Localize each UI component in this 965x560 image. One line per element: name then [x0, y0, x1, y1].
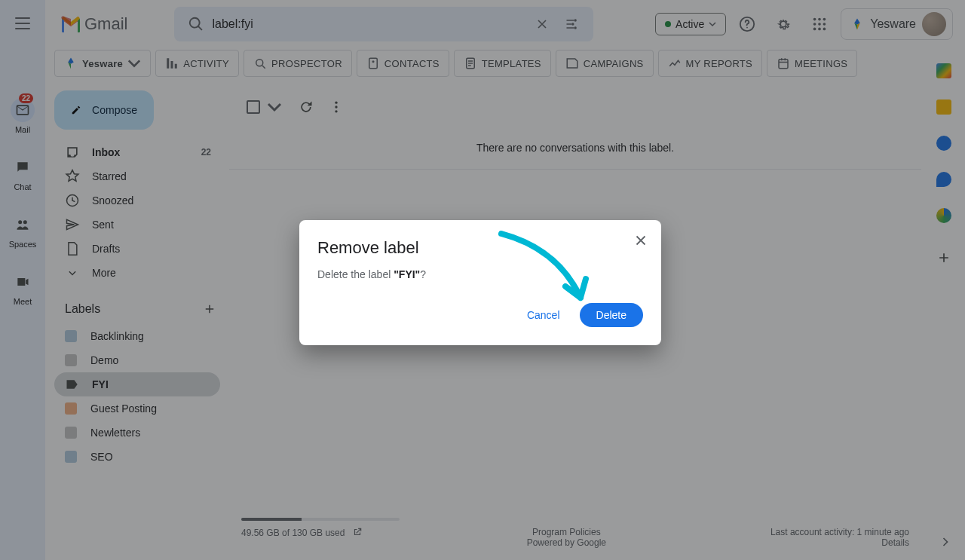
dialog-body: Delete the label "FYI"?: [317, 268, 643, 280]
cancel-button[interactable]: Cancel: [513, 303, 574, 327]
close-button[interactable]: [633, 232, 649, 252]
close-icon: [633, 232, 649, 249]
dialog-title: Remove label: [317, 238, 643, 258]
remove-label-dialog: Remove label Delete the label "FYI"? Can…: [299, 220, 661, 345]
delete-button[interactable]: Delete: [580, 303, 643, 327]
